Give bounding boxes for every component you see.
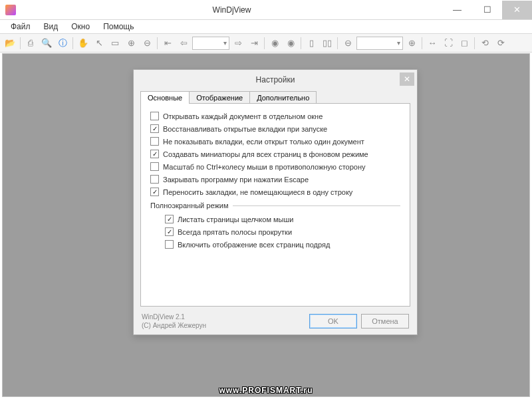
checkbox-icon[interactable] xyxy=(165,227,174,236)
maximize-button[interactable]: ☐ xyxy=(472,1,502,19)
option-row[interactable]: Создавать миниатюры для всех страниц в ф… xyxy=(150,150,400,158)
single-page-icon[interactable]: ▯ xyxy=(304,36,319,51)
menu-view[interactable]: Вид xyxy=(37,21,65,33)
fullscreen-group-label: Полноэкранный режим xyxy=(150,201,400,209)
close-button[interactable]: ✕ xyxy=(502,1,532,19)
zoom-in-icon[interactable]: ⊕ xyxy=(124,36,138,51)
option-row[interactable]: Масштаб по Ctrl+колесу мыши в противопол… xyxy=(150,162,400,171)
fit-page-icon[interactable]: ⛶ xyxy=(441,36,456,51)
minimize-button[interactable]: — xyxy=(442,1,472,19)
option-row[interactable]: Закрывать программу при нажатии Escape xyxy=(150,175,400,184)
last-page-icon[interactable]: ⇥ xyxy=(247,36,261,51)
menu-help[interactable]: Помощь xyxy=(96,21,140,33)
zoom-combo[interactable]: ▾ xyxy=(356,37,403,50)
toolbar: 📂 ⎙ 🔍 ⓘ ✋ ↖ ▭ ⊕ ⊖ ⇤ ⇦ ▾ ⇨ ⇥ ◉ ◉ ▯ ▯▯ ⊖ ▾… xyxy=(0,34,532,53)
ok-button[interactable]: OK xyxy=(309,314,357,329)
open-icon[interactable]: 📂 xyxy=(3,36,17,51)
print-icon[interactable]: ⎙ xyxy=(23,36,38,51)
first-page-icon[interactable]: ⇤ xyxy=(160,36,175,51)
tab-general[interactable]: Основные xyxy=(140,91,190,104)
tab-strip: Основные Отображение Дополнительно xyxy=(140,91,410,104)
checkbox-icon[interactable] xyxy=(150,124,159,133)
checkbox-icon[interactable] xyxy=(165,215,174,223)
tab-display[interactable]: Отображение xyxy=(189,91,250,104)
actual-size-icon[interactable]: ◻ xyxy=(457,36,471,51)
marquee-icon[interactable]: ▭ xyxy=(108,36,122,51)
zoom-plus-icon[interactable]: ⊕ xyxy=(404,36,419,51)
rotate-right-icon[interactable]: ⟳ xyxy=(493,36,508,51)
zoom-out-icon[interactable]: ⊖ xyxy=(140,36,154,51)
tab-panel: Открывать каждый документ в отдельном ок… xyxy=(140,103,410,307)
option-row[interactable]: Листать страницы щелчком мыши xyxy=(165,215,400,223)
window-title: WinDjView xyxy=(21,5,442,15)
fit-width-icon[interactable]: ↔ xyxy=(425,36,440,51)
info-icon[interactable]: ⓘ xyxy=(55,36,70,51)
option-row[interactable]: Всегда прятать полосы прокрутки xyxy=(165,227,400,236)
checkbox-icon[interactable] xyxy=(150,150,159,158)
option-row[interactable]: Открывать каждый документ в отдельном ок… xyxy=(150,112,400,120)
menu-file[interactable]: Файл xyxy=(4,21,37,33)
dialog-title: Настройки ✕ xyxy=(134,70,417,90)
checkbox-icon[interactable] xyxy=(150,112,159,120)
option-row[interactable]: Включить отображение всех страниц подряд xyxy=(165,240,400,249)
checkbox-icon[interactable] xyxy=(150,162,159,171)
checkbox-icon[interactable] xyxy=(150,175,159,184)
menu-window[interactable]: Окно xyxy=(65,21,96,33)
menubar: Файл Вид Окно Помощь xyxy=(0,20,532,34)
checkbox-icon[interactable] xyxy=(165,240,174,249)
facing-pages-icon[interactable]: ▯▯ xyxy=(320,36,334,51)
dialog-footer: WinDjView 2.1 (C) Андрей Жежерун OK Отме… xyxy=(134,313,417,336)
tab-advanced[interactable]: Дополнительно xyxy=(249,91,317,104)
pan-icon[interactable]: ✋ xyxy=(76,36,90,51)
option-row[interactable]: Не показывать вкладки, если открыт тольк… xyxy=(150,137,400,146)
cancel-button[interactable]: Отмена xyxy=(361,314,409,329)
version-info: WinDjView 2.1 (C) Андрей Жежерун xyxy=(142,313,206,330)
option-row[interactable]: Переносить закладки, не помещающиеся в о… xyxy=(150,188,400,196)
rotate-left-icon[interactable]: ⟲ xyxy=(477,36,492,51)
select-icon[interactable]: ↖ xyxy=(92,36,106,51)
checkbox-icon[interactable] xyxy=(150,137,159,146)
prev-page-icon[interactable]: ⇦ xyxy=(176,36,191,51)
titlebar: WinDjView — ☐ ✕ xyxy=(0,0,532,20)
option-row[interactable]: Восстанавливать открытые вкладки при зап… xyxy=(150,124,400,133)
settings-dialog: Настройки ✕ Основные Отображение Дополни… xyxy=(133,69,418,335)
find-icon[interactable]: 🔍 xyxy=(39,36,54,51)
zoom-minus-icon[interactable]: ⊖ xyxy=(340,36,355,51)
app-icon xyxy=(5,5,16,15)
nav-back-icon[interactable]: ◉ xyxy=(267,36,282,51)
checkbox-icon[interactable] xyxy=(150,188,159,196)
watermark: www.PROFISMART.ru xyxy=(0,386,532,395)
next-page-icon[interactable]: ⇨ xyxy=(231,36,245,51)
page-combo[interactable]: ▾ xyxy=(192,37,229,50)
nav-fwd-icon[interactable]: ◉ xyxy=(283,36,298,51)
dialog-close-button[interactable]: ✕ xyxy=(400,72,414,86)
